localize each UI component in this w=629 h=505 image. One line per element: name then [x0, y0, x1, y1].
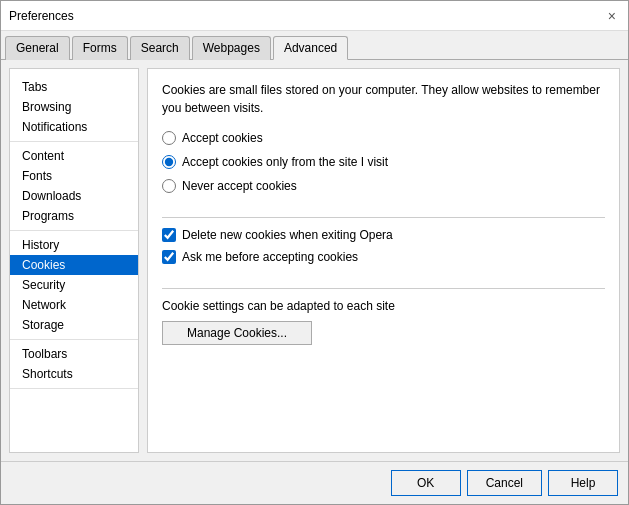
radio-group: Accept cookies Accept cookies only from …: [162, 131, 605, 193]
bottom-bar: OK Cancel Help: [1, 461, 628, 504]
sidebar-item-content[interactable]: Content: [10, 146, 138, 166]
close-button[interactable]: ×: [604, 9, 620, 23]
sidebar-item-shortcuts[interactable]: Shortcuts: [10, 364, 138, 384]
sidebar-item-network[interactable]: Network: [10, 295, 138, 315]
sidebar-group-4: Toolbars Shortcuts: [10, 340, 138, 389]
checkbox-ask-before-accepting-input[interactable]: [162, 250, 176, 264]
radio-accept-from-site-input[interactable]: [162, 155, 176, 169]
tab-search[interactable]: Search: [130, 36, 190, 60]
sidebar-item-cookies[interactable]: Cookies: [10, 255, 138, 275]
sidebar-item-programs[interactable]: Programs: [10, 206, 138, 226]
checkbox-delete-new-cookies[interactable]: Delete new cookies when exiting Opera: [162, 228, 605, 242]
help-button[interactable]: Help: [548, 470, 618, 496]
main-panel: Cookies are small files stored on your c…: [147, 68, 620, 453]
checkbox-ask-before-accepting-label: Ask me before accepting cookies: [182, 250, 358, 264]
sidebar-item-browsing[interactable]: Browsing: [10, 97, 138, 117]
radio-accept-cookies-input[interactable]: [162, 131, 176, 145]
manage-cookies-button[interactable]: Manage Cookies...: [162, 321, 312, 345]
radio-never-accept[interactable]: Never accept cookies: [162, 179, 605, 193]
sidebar-item-downloads[interactable]: Downloads: [10, 186, 138, 206]
cancel-button[interactable]: Cancel: [467, 470, 542, 496]
radio-never-accept-label: Never accept cookies: [182, 179, 297, 193]
tab-forms[interactable]: Forms: [72, 36, 128, 60]
sidebar-item-history[interactable]: History: [10, 235, 138, 255]
checkbox-delete-new-cookies-input[interactable]: [162, 228, 176, 242]
site-note: Cookie settings can be adapted to each s…: [162, 299, 605, 313]
radio-accept-cookies[interactable]: Accept cookies: [162, 131, 605, 145]
tab-general[interactable]: General: [5, 36, 70, 60]
sidebar-item-storage[interactable]: Storage: [10, 315, 138, 335]
radio-accept-from-site[interactable]: Accept cookies only from the site I visi…: [162, 155, 605, 169]
tab-webpages[interactable]: Webpages: [192, 36, 271, 60]
cookies-description: Cookies are small files stored on your c…: [162, 81, 605, 117]
sidebar: Tabs Browsing Notifications Content Font…: [9, 68, 139, 453]
tab-advanced[interactable]: Advanced: [273, 36, 348, 60]
preferences-window: Preferences × General Forms Search Webpa…: [0, 0, 629, 505]
radio-accept-cookies-label: Accept cookies: [182, 131, 263, 145]
divider-1: [162, 217, 605, 218]
sidebar-item-toolbars[interactable]: Toolbars: [10, 344, 138, 364]
checkbox-ask-before-accepting[interactable]: Ask me before accepting cookies: [162, 250, 605, 264]
tab-bar: General Forms Search Webpages Advanced: [1, 31, 628, 60]
ok-button[interactable]: OK: [391, 470, 461, 496]
sidebar-item-fonts[interactable]: Fonts: [10, 166, 138, 186]
sidebar-group-2: Content Fonts Downloads Programs: [10, 142, 138, 231]
title-bar: Preferences ×: [1, 1, 628, 31]
sidebar-item-security[interactable]: Security: [10, 275, 138, 295]
radio-never-accept-input[interactable]: [162, 179, 176, 193]
window-title: Preferences: [9, 9, 74, 23]
sidebar-item-notifications[interactable]: Notifications: [10, 117, 138, 137]
checkbox-group: Delete new cookies when exiting Opera As…: [162, 228, 605, 264]
divider-2: [162, 288, 605, 289]
sidebar-item-tabs[interactable]: Tabs: [10, 77, 138, 97]
sidebar-group-3: History Cookies Security Network Storage: [10, 231, 138, 340]
sidebar-group-1: Tabs Browsing Notifications: [10, 73, 138, 142]
content-area: Tabs Browsing Notifications Content Font…: [1, 60, 628, 461]
radio-accept-from-site-label: Accept cookies only from the site I visi…: [182, 155, 388, 169]
checkbox-delete-new-cookies-label: Delete new cookies when exiting Opera: [182, 228, 393, 242]
